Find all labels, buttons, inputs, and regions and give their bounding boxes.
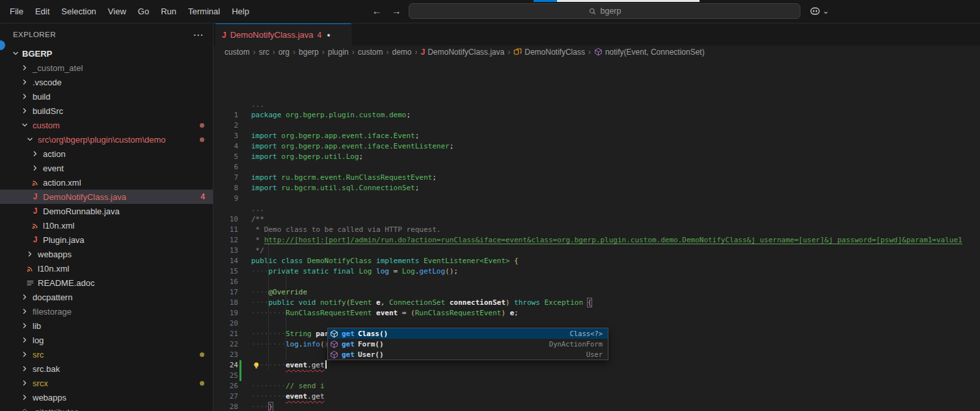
more-actions-icon[interactable]: ⋯	[193, 29, 204, 41]
code-line-15: 15····private static final Log log = Log…	[213, 266, 980, 277]
tree-item-custom-atel[interactable]: _custom_atel	[0, 61, 213, 75]
breadcrumb-item-plugin[interactable]: plugin	[328, 48, 349, 57]
title-bar: FileEditSelectionViewGoRunTerminalHelp ←…	[0, 0, 980, 23]
line-number[interactable]: 10	[213, 214, 238, 225]
tree-item-build[interactable]: build	[0, 89, 213, 104]
tree-item-filestorage[interactable]: filestorage	[0, 304, 213, 319]
code-token: ;	[406, 111, 411, 119]
chevron-down-icon	[10, 48, 21, 59]
breadcrumb-item-notify-event-connectionset[interactable]: notify(Event, ConnectionSet)	[594, 48, 705, 57]
line-number[interactable]: 16	[213, 277, 238, 287]
line-number[interactable]: 15	[213, 266, 238, 277]
suggest-item-getclass[interactable]: getClass()Class<?>	[328, 328, 608, 339]
suggest-item-getform[interactable]: getForm()DynActionForm	[328, 339, 608, 349]
code-token: ;	[415, 132, 420, 140]
tree-item-l10n-xml[interactable]: l10n.xml	[0, 218, 213, 233]
history-forward-button[interactable]: →	[389, 5, 403, 16]
tree-item-label: custom	[33, 120, 60, 130]
chevron-right-icon	[20, 292, 30, 302]
code-token: ········	[251, 309, 286, 317]
history-back-button[interactable]: ←	[370, 5, 384, 16]
java-icon: J	[420, 48, 425, 56]
line-number[interactable]: 28	[213, 402, 238, 411]
command-center-search[interactable]: bgerp	[409, 3, 800, 19]
menu-go[interactable]: Go	[132, 7, 155, 16]
line-number[interactable]: 21	[213, 329, 238, 339]
line-number[interactable]: 22	[213, 339, 238, 350]
tree-item-srcx[interactable]: srcx	[0, 376, 213, 390]
breadcrumb-label: notify(Event, ConnectionSet)	[605, 48, 705, 57]
breadcrumb-item-custom[interactable]: custom	[358, 48, 383, 57]
line-number[interactable]: 24	[213, 360, 238, 371]
code-line-8: 8import ru.bgcrm.util.sql.ConnectionSet;	[213, 183, 980, 193]
line-number[interactable]: 19	[213, 308, 238, 319]
menu-edit[interactable]: Edit	[29, 7, 55, 16]
line-number[interactable]: 18	[213, 298, 238, 308]
tree-item-custom[interactable]: custom	[0, 118, 213, 132]
tree-item-demonotifyclass-java[interactable]: JDemoNotifyClass.java4	[0, 190, 213, 204]
tree-item-src-bak[interactable]: src.bak	[0, 361, 213, 376]
breadcrumb-item-bgerp[interactable]: bgerp	[299, 48, 319, 57]
menu-help[interactable]: Help	[226, 7, 255, 16]
tree-item-readme-adoc[interactable]: README.adoc	[0, 276, 213, 290]
xml-file-icon	[26, 264, 34, 273]
breadcrumb-item-org[interactable]: org	[279, 48, 290, 57]
tree-item-webapps[interactable]: webapps	[0, 390, 213, 404]
line-number[interactable]: 12	[213, 235, 238, 246]
tree-item-lib[interactable]: lib	[0, 319, 213, 333]
copilot-menu[interactable]: ⌄	[810, 5, 829, 16]
tree-item-src-org-bgerp-plugin-custom-demo[interactable]: src\org\bgerp\plugin\custom\demo	[0, 132, 213, 147]
line-number[interactable]: 23	[213, 350, 238, 360]
tab-demonotifyclass[interactable]: J DemoNotifyClass.java 4 ●	[215, 23, 351, 46]
line-number[interactable]: 9	[213, 193, 238, 204]
tree-item-action-xml[interactable]: action.xml	[0, 175, 213, 190]
chevron-right-icon	[30, 149, 40, 159]
menu-selection[interactable]: Selection	[55, 7, 102, 16]
breadcrumb-item-demonotifyclass-java[interactable]: JDemoNotifyClass.java	[420, 48, 504, 57]
menu-file[interactable]: File	[4, 7, 29, 16]
tree-item-webapps[interactable]: webapps	[0, 247, 213, 261]
line-number[interactable]: 7	[213, 173, 238, 183]
breadcrumb-item-custom[interactable]: custom	[225, 48, 250, 57]
line-number[interactable]: 6	[213, 162, 238, 173]
menu-terminal[interactable]: Terminal	[182, 7, 226, 16]
tree-item-label: DemoRunnable.java	[43, 206, 120, 216]
line-number[interactable]: 1	[213, 110, 238, 120]
line-number[interactable]: 8	[213, 183, 238, 193]
code-token: ;	[415, 184, 420, 192]
line-number[interactable]: 25	[213, 371, 238, 381]
tree-item-docpattern[interactable]: docpattern	[0, 290, 213, 304]
line-number[interactable]: 20	[213, 319, 238, 329]
line-number[interactable]: 4	[213, 141, 238, 152]
menu-run[interactable]: Run	[155, 7, 182, 16]
breadcrumb-item-demonotifyclass[interactable]: DemoNotifyClass	[513, 48, 585, 57]
tree-item-event[interactable]: event	[0, 161, 213, 175]
explorer-header[interactable]: EXPLORER ⋯	[0, 23, 213, 46]
tree-item-plugin-java[interactable]: JPlugin.java	[0, 233, 213, 247]
tree-item-demorunnable-java[interactable]: JDemoRunnable.java	[0, 204, 213, 218]
menu-view[interactable]: View	[102, 7, 132, 16]
code-token: {	[588, 298, 592, 307]
tree-item-vscode[interactable]: .vscode	[0, 75, 213, 89]
tree-item-src[interactable]: src	[0, 347, 213, 361]
breadcrumb-item-demo[interactable]: demo	[392, 48, 411, 57]
line-number[interactable]: 5	[213, 152, 238, 162]
line-number[interactable]: 11	[213, 225, 238, 235]
code-link[interactable]: http://[host]:[port]/admin/run.do?action…	[264, 236, 962, 244]
tree-item-action[interactable]: action	[0, 147, 213, 161]
line-number[interactable]: 2	[213, 120, 238, 131]
tree-item-l10n-xml[interactable]: l10n.xml	[0, 261, 213, 276]
line-number[interactable]: 26	[213, 381, 238, 391]
line-number[interactable]: 17	[213, 287, 238, 298]
line-number[interactable]: 13	[213, 246, 238, 256]
suggest-item-getuser[interactable]: getUser()User	[328, 349, 608, 360]
tree-item-buildsrc[interactable]: buildSrc	[0, 104, 213, 118]
tree-item-gitattributes[interactable]: .gitattributes	[0, 404, 213, 411]
tree-item-bgerp[interactable]: BGERP	[0, 46, 213, 61]
line-number[interactable]: 27	[213, 391, 238, 402]
modified-dot	[200, 352, 204, 357]
line-number[interactable]: 3	[213, 131, 238, 141]
breadcrumb-item-src[interactable]: src	[259, 48, 269, 57]
line-number[interactable]: 14	[213, 256, 238, 266]
tree-item-log[interactable]: log	[0, 333, 213, 347]
